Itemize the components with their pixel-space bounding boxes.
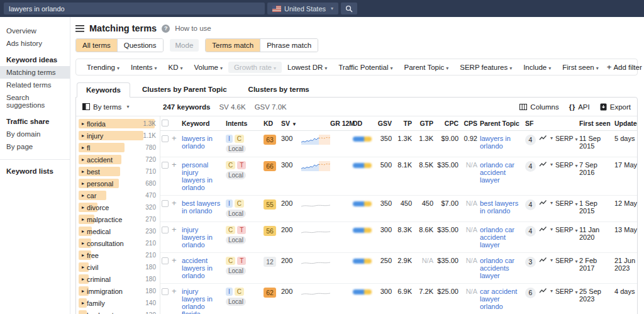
api-button[interactable]: { } API	[569, 103, 590, 111]
column-header-gtp[interactable]: GTP	[413, 116, 435, 131]
column-header-gsv[interactable]: GSV	[374, 116, 393, 131]
group-by-selector[interactable]: By terms▾	[82, 103, 163, 111]
add-to-list-button[interactable]: +	[172, 198, 177, 208]
term-criminal[interactable]: ▸criminal180	[79, 274, 157, 284]
sidebar-item-overview[interactable]: Overview	[0, 25, 70, 37]
position-history-button[interactable]: ▾	[539, 135, 553, 141]
serp-dropdown-button[interactable]: SERP▾	[555, 288, 578, 295]
sidebar-item-by-page[interactable]: By page	[0, 140, 70, 153]
parent-topic-link[interactable]: lawyers in orlando	[480, 135, 511, 150]
parent-topic-link[interactable]: orlando car accident lawyer	[480, 161, 514, 184]
row-checkbox[interactable]	[162, 200, 169, 207]
column-header-intents[interactable]: Intents	[225, 116, 262, 131]
serp-dropdown-button[interactable]: SERP▾	[555, 199, 578, 207]
term-free[interactable]: ▸free210	[79, 250, 157, 260]
position-history-button[interactable]: ▾	[539, 199, 553, 206]
segment-questions[interactable]: Questions	[117, 39, 163, 52]
column-header-parent-topic[interactable]: Parent Topic	[479, 116, 524, 131]
position-history-button[interactable]: ▾	[539, 226, 553, 232]
serp-dropdown-button[interactable]: SERP▾	[555, 135, 578, 142]
serp-dropdown-button[interactable]: SERP▾	[555, 161, 578, 169]
sidebar-item-related-terms[interactable]: Related terms	[0, 79, 70, 91]
term-fl[interactable]: ▸fl780	[79, 143, 157, 152]
keyword-link[interactable]: injury lawyers in orlando	[182, 226, 213, 249]
filter-volume[interactable]: Volume▾	[189, 62, 228, 73]
serp-dropdown-button[interactable]: SERP▾	[555, 257, 578, 264]
term-florida[interactable]: ▸florida1.3K	[79, 119, 157, 128]
row-checkbox[interactable]	[162, 135, 169, 142]
add-to-list-button[interactable]: +	[172, 255, 177, 265]
menu-icon[interactable]	[75, 25, 84, 32]
parent-topic-link[interactable]: best lawyers in orlando	[480, 199, 518, 215]
filter-intents[interactable]: Intents▾	[125, 62, 163, 73]
filter-serp-features[interactable]: SERP features▾	[454, 62, 518, 73]
select-all-checkbox[interactable]	[162, 120, 169, 126]
column-header-updated[interactable]: Updated	[613, 116, 637, 131]
keyword-link[interactable]: personal injury lawyers in orlando	[182, 161, 213, 191]
add-to-list-button[interactable]: +	[172, 133, 177, 143]
sidebar-item-matching-terms[interactable]: Matching terms	[0, 66, 70, 79]
add-to-list-button[interactable]: +	[172, 286, 177, 296]
filter-trending[interactable]: Trending▾	[81, 62, 125, 73]
column-header-first-seen[interactable]: First seen	[578, 116, 613, 131]
filter-parent-topic[interactable]: Parent Topic▾	[399, 62, 455, 73]
column-header-keyword[interactable]: Keyword	[180, 116, 225, 131]
country-selector[interactable]: United States ▾	[267, 3, 338, 14]
term-malpractice[interactable]: ▸malpractice270	[79, 215, 157, 224]
column-header-tp[interactable]: TP	[393, 116, 413, 131]
export-button[interactable]: Export	[600, 103, 631, 111]
keyword-link[interactable]: accident lawyers in orlando	[182, 257, 213, 279]
term-car[interactable]: ▸car470	[79, 191, 157, 200]
filter-include[interactable]: Include▾	[518, 62, 557, 73]
term-accident[interactable]: ▸accident720	[79, 155, 157, 164]
sidebar-item-search-suggestions[interactable]: Search suggestions	[0, 91, 70, 111]
keyword-link[interactable]: best lawyers in orlando	[182, 199, 220, 215]
term-medical[interactable]: ▸medical230	[79, 227, 157, 236]
parent-topic-link[interactable]: orlando car accidents lawyer	[480, 257, 514, 279]
filter-kd[interactable]: KD▾	[163, 62, 189, 73]
segment-phrase-match[interactable]: Phrase match	[260, 39, 318, 52]
term-bankruptcy[interactable]: ▸bankruptcy130	[79, 310, 157, 314]
row-checkbox[interactable]	[162, 162, 169, 169]
add-to-list-button[interactable]: +	[172, 160, 177, 169]
keyword-search-input[interactable]	[4, 5, 265, 13]
columns-button[interactable]: Columns	[519, 103, 558, 111]
how-to-use-link[interactable]: How to use	[175, 25, 211, 32]
parent-topic-link[interactable]: car accident lawyer orlando	[480, 288, 517, 310]
column-header-sf[interactable]: SF	[524, 116, 538, 131]
column-header-gr-12m[interactable]: GR 12M	[329, 116, 352, 131]
filter-traffic-potential[interactable]: Traffic Potential▾	[333, 62, 398, 73]
position-history-button[interactable]: ▾	[539, 161, 553, 167]
filter-first-seen[interactable]: First seen▾	[557, 62, 604, 73]
tab-clusters-by-terms[interactable]: Clusters by terms	[239, 82, 319, 97]
term-civil[interactable]: ▸civil180	[79, 262, 157, 272]
column-header-dd[interactable]: DD	[352, 116, 374, 131]
term-immigration[interactable]: ▸immigration180	[79, 286, 157, 296]
term-consultation[interactable]: ▸consultation210	[79, 238, 157, 248]
sidebar-item-ads-history[interactable]: Ads history	[0, 37, 70, 50]
keyword-link[interactable]: injury lawyers in orlando florida	[182, 288, 213, 314]
segment-all-terms[interactable]: All terms	[76, 39, 117, 52]
column-header-cpc[interactable]: CPC	[435, 116, 460, 131]
search-button[interactable]	[341, 3, 357, 14]
sidebar-item-by-domain[interactable]: By domain	[0, 128, 70, 140]
add-to-list-button[interactable]: +	[172, 225, 177, 234]
add-filter-button[interactable]: +Add filter	[607, 62, 642, 72]
term-personal[interactable]: ▸personal680	[79, 179, 157, 188]
row-checkbox[interactable]	[162, 227, 169, 233]
column-header-kd[interactable]: KD	[262, 116, 280, 131]
column-header-cps[interactable]: CPS	[460, 116, 479, 131]
column-header-sv[interactable]: SV▼	[280, 116, 300, 131]
position-history-button[interactable]: ▾	[539, 257, 553, 263]
term-best[interactable]: ▸best710	[79, 167, 157, 176]
filter-lowest-dr[interactable]: Lowest DR▾	[282, 62, 333, 73]
row-checkbox[interactable]	[162, 288, 169, 295]
tab-keywords[interactable]: Keywords	[77, 82, 130, 98]
parent-topic-link[interactable]: orlando car accident lawyer	[480, 226, 514, 249]
help-icon[interactable]: ?	[162, 25, 170, 33]
position-history-button[interactable]: ▾	[539, 288, 553, 294]
term-injury[interactable]: ▸injury1.1K	[79, 131, 157, 140]
keyword-link[interactable]: lawyers in orlando	[182, 135, 213, 150]
segment-terms-match[interactable]: Terms match	[206, 39, 260, 52]
term-family[interactable]: ▸family140	[79, 298, 157, 308]
